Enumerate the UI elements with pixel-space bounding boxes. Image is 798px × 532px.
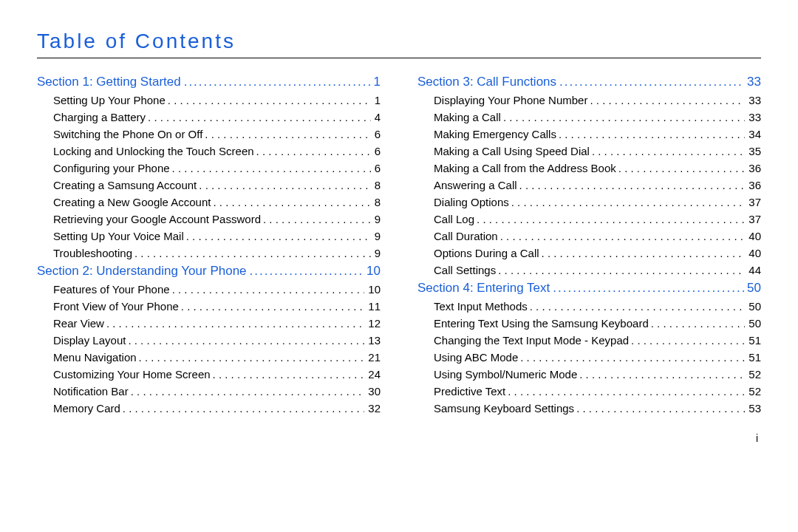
toc-entry-label: Answering a Call bbox=[434, 179, 517, 191]
toc-entry-label: Entering Text Using the Samsung Keyboard bbox=[434, 317, 649, 330]
toc-entry-page: 6 bbox=[373, 128, 381, 140]
toc-entry-page: 51 bbox=[747, 351, 761, 364]
toc-entry[interactable]: Predictive Text52 bbox=[434, 385, 761, 398]
toc-entry[interactable]: Memory Card32 bbox=[53, 402, 381, 415]
toc-entry-page: 6 bbox=[373, 145, 381, 157]
toc-entry-label: Changing the Text Input Mode - Keypad bbox=[434, 334, 629, 347]
leader-dots bbox=[559, 128, 745, 140]
leader-dots bbox=[131, 385, 365, 398]
toc-entry[interactable]: Configuring your Phone6 bbox=[53, 162, 381, 174]
toc-entry-page: 8 bbox=[373, 179, 381, 191]
toc-entry[interactable]: Front View of Your Phone11 bbox=[53, 300, 381, 313]
leader-dots bbox=[263, 213, 371, 225]
toc-entry-label: Setting Up Your Phone bbox=[53, 94, 166, 106]
toc-section-label: Section 3: Call Functions bbox=[417, 75, 556, 89]
toc-section-page: 10 bbox=[366, 264, 381, 279]
toc-section-page: 33 bbox=[747, 75, 761, 89]
toc-section-label: Section 4: Entering Text bbox=[417, 281, 550, 296]
toc-entry[interactable]: Call Log37 bbox=[434, 213, 761, 225]
toc-entry-label: Samsung Keyboard Settings bbox=[434, 402, 574, 415]
toc-entry-label: Locking and Unlocking the Touch Screen bbox=[53, 145, 254, 157]
toc-entry[interactable]: Call Settings44 bbox=[434, 264, 761, 276]
toc-entry[interactable]: Displaying Your Phone Number33 bbox=[434, 94, 761, 106]
toc-entry-page: 50 bbox=[747, 300, 761, 313]
toc-entry[interactable]: Using ABC Mode51 bbox=[434, 351, 761, 364]
toc-entry-page: 37 bbox=[747, 213, 761, 225]
toc-entry-page: 53 bbox=[747, 402, 761, 415]
toc-entry[interactable]: Notification Bar30 bbox=[53, 385, 381, 398]
toc-entry[interactable]: Making a Call Using Speed Dial35 bbox=[434, 145, 761, 157]
leader-dots bbox=[542, 247, 746, 259]
toc-entry-page: 13 bbox=[366, 334, 381, 347]
toc-section-page: 1 bbox=[374, 75, 381, 89]
toc-entry[interactable]: Text Input Methods50 bbox=[434, 300, 761, 313]
toc-entry[interactable]: Menu Navigation21 bbox=[53, 351, 381, 364]
toc-entry-label: Display Layout bbox=[53, 334, 126, 347]
leader-dots bbox=[134, 247, 371, 259]
toc-entry-label: Creating a Samsung Account bbox=[53, 179, 197, 191]
leader-dots bbox=[511, 196, 746, 208]
toc-entry[interactable]: Creating a Samsung Account8 bbox=[53, 179, 381, 191]
toc-entry-page: 36 bbox=[747, 179, 761, 191]
leader-dots bbox=[553, 281, 744, 296]
toc-entry[interactable]: Charging a Battery4 bbox=[53, 111, 381, 123]
toc-entry[interactable]: Entering Text Using the Samsung Keyboard… bbox=[434, 317, 761, 330]
toc-entry[interactable]: Creating a New Google Account8 bbox=[53, 196, 381, 208]
toc-entry[interactable]: Answering a Call36 bbox=[434, 179, 761, 191]
toc-entry[interactable]: Features of Your Phone10 bbox=[53, 283, 381, 296]
toc-entry[interactable]: Rear View12 bbox=[53, 317, 381, 330]
toc-section-label: Section 2: Understanding Your Phone bbox=[37, 264, 247, 279]
toc-entry[interactable]: Making a Call33 bbox=[434, 111, 761, 123]
toc-columns: Section 1: Getting Started1Setting Up Yo… bbox=[37, 72, 761, 419]
toc-entry[interactable]: Making a Call from the Address Book36 bbox=[434, 162, 761, 174]
toc-entry[interactable]: Changing the Text Input Mode - Keypad51 bbox=[434, 334, 761, 347]
toc-entry-page: 1 bbox=[373, 94, 381, 106]
page-number-footer: i bbox=[37, 432, 761, 444]
toc-entry[interactable]: Display Layout13 bbox=[53, 334, 381, 347]
toc-entry-page: 32 bbox=[366, 402, 381, 415]
toc-entry-label: Call Log bbox=[434, 213, 474, 225]
toc-entry-label: Troubleshooting bbox=[53, 247, 132, 259]
leader-dots bbox=[592, 145, 745, 157]
toc-entry-label: Predictive Text bbox=[434, 385, 505, 398]
toc-entry-label: Making a Call from the Address Book bbox=[434, 162, 616, 174]
toc-entry-label: Memory Card bbox=[53, 402, 120, 415]
toc-section-heading[interactable]: Section 1: Getting Started1 bbox=[37, 75, 381, 89]
toc-entry[interactable]: Troubleshooting9 bbox=[53, 247, 381, 259]
toc-section-heading[interactable]: Section 3: Call Functions33 bbox=[417, 75, 761, 89]
toc-entry[interactable]: Setting Up Your Voice Mail9 bbox=[53, 230, 381, 242]
divider bbox=[37, 58, 761, 58]
toc-entry-page: 52 bbox=[747, 385, 761, 398]
toc-right-column: Section 3: Call Functions33Displaying Yo… bbox=[417, 72, 761, 419]
toc-entry[interactable]: Making Emergency Calls34 bbox=[434, 128, 761, 140]
toc-entry[interactable]: Samsung Keyboard Settings53 bbox=[434, 402, 761, 415]
leader-dots bbox=[213, 368, 365, 381]
leader-dots bbox=[184, 75, 371, 89]
toc-entry-label: Making a Call Using Speed Dial bbox=[434, 145, 590, 157]
leader-dots bbox=[503, 111, 745, 123]
toc-entry[interactable]: Using Symbol/Numeric Mode52 bbox=[434, 368, 761, 381]
toc-entry-label: Front View of Your Phone bbox=[53, 300, 179, 313]
toc-entry[interactable]: Retrieving your Google Account Password9 bbox=[53, 213, 381, 225]
toc-entry-label: Configuring your Phone bbox=[53, 162, 170, 174]
toc-entry[interactable]: Customizing Your Home Screen24 bbox=[53, 368, 381, 381]
toc-entry[interactable]: Options During a Call40 bbox=[434, 247, 761, 259]
toc-entry[interactable]: Switching the Phone On or Off6 bbox=[53, 128, 381, 140]
leader-dots bbox=[168, 94, 371, 106]
toc-entry[interactable]: Setting Up Your Phone1 bbox=[53, 94, 381, 106]
toc-entry-page: 9 bbox=[373, 230, 381, 242]
leader-dots bbox=[651, 317, 746, 330]
leader-dots bbox=[631, 334, 745, 347]
toc-entry-page: 21 bbox=[366, 351, 381, 364]
toc-entry[interactable]: Dialing Options37 bbox=[434, 196, 761, 208]
toc-section-heading[interactable]: Section 2: Understanding Your Phone10 bbox=[37, 264, 381, 279]
toc-entry[interactable]: Call Duration40 bbox=[434, 230, 761, 242]
toc-entry-page: 24 bbox=[366, 368, 381, 381]
toc-entry-label: Call Duration bbox=[434, 230, 498, 242]
toc-entry-page: 44 bbox=[747, 264, 761, 276]
toc-entry-label: Charging a Battery bbox=[53, 111, 146, 123]
toc-entry-label: Making Emergency Calls bbox=[434, 128, 556, 140]
toc-section-heading[interactable]: Section 4: Entering Text50 bbox=[417, 281, 761, 296]
toc-entry[interactable]: Locking and Unlocking the Touch Screen6 bbox=[53, 145, 381, 157]
page-title: Table of Contents bbox=[37, 30, 761, 53]
